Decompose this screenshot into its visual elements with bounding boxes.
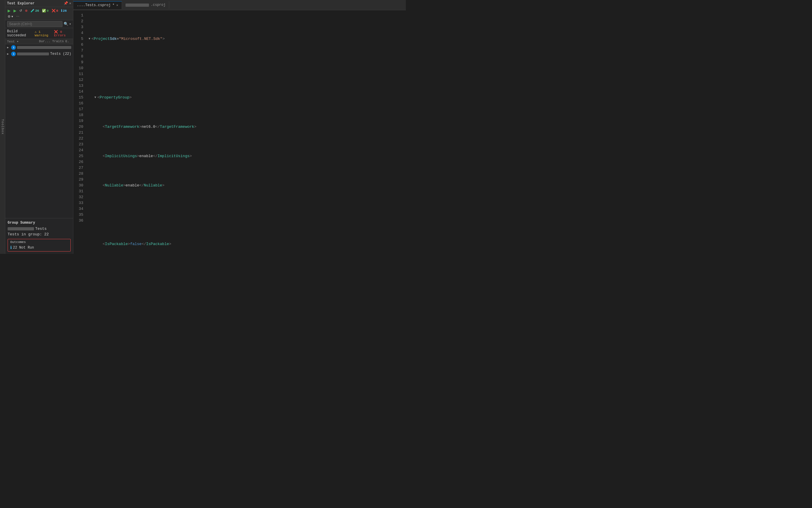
tab-close-icon[interactable]: ✕ — [116, 3, 118, 7]
close-panel-icon[interactable]: ✕ — [69, 1, 71, 6]
run-all-button[interactable]: ▶ — [6, 8, 12, 13]
test-explorer-header: Test Explorer 📌 ✕ — [5, 0, 73, 7]
tab-csproj[interactable]: .csproj — [122, 1, 169, 9]
error-badge: ❌ 0 Errors — [54, 30, 71, 37]
code-content: 12345 678910 1112131415 1617181920 21222… — [73, 10, 406, 254]
tab-bar: ....Tests.csproj * ✕ .csproj — [73, 0, 406, 10]
toolbox-sidebar: Toolbox — [0, 0, 5, 254]
search-input[interactable] — [7, 21, 63, 27]
group-summary-title: Group Summary — [8, 221, 71, 225]
tab-redacted-name — [125, 3, 149, 7]
toolbar: ▶ ▶ ↺ ⊗ 🧪 26 ✅ 0 ❌ 0 ℹ 26 ⚙ ▾ ⋯ — [5, 7, 73, 20]
fail-count-badge: ❌ 0 — [50, 8, 59, 13]
refresh-button[interactable]: ↺ — [18, 8, 23, 13]
build-status-text: Build succeeded — [7, 29, 32, 38]
code-line-8: <IsPackable>false</IsPackable> — [89, 241, 406, 247]
not-run-icon: ℹ — [10, 245, 12, 250]
list-item[interactable]: ▶ ℹ Tests (22) — [5, 51, 73, 57]
expand-icon[interactable]: ▶ — [7, 52, 10, 56]
column-headers: Test ▾ Dur... Traits E. — [5, 39, 73, 44]
search-icon: 🔍 — [64, 22, 68, 27]
test-explorer-title: Test Explorer — [7, 1, 35, 6]
tests-in-group-label: Tests in group: 22 — [8, 232, 71, 237]
test-status-icon: ℹ — [11, 52, 16, 56]
settings-button[interactable]: ⚙ ▾ — [6, 14, 14, 19]
toolbox-label: Toolbox — [1, 119, 4, 134]
group-summary: Group Summary Tests Tests in group: 22 O… — [5, 218, 73, 254]
cancel-button[interactable]: ⊗ — [24, 8, 29, 13]
outcome-item: ℹ 22 Not Run — [10, 245, 68, 250]
group-info: Tests — [8, 226, 71, 231]
code-editor: ....Tests.csproj * ✕ .csproj 12345 67891… — [73, 0, 406, 254]
pass-count-badge: ✅ 0 — [41, 8, 50, 13]
not-run-label: 22 Not Run — [13, 246, 34, 250]
col-e-header[interactable]: E. — [66, 40, 71, 43]
expand-icon[interactable]: ▶ — [7, 46, 10, 49]
line-numbers: 12345 678910 1112131415 1617181920 21222… — [73, 10, 86, 254]
code-line-2 — [89, 66, 406, 71]
build-status-bar: Build succeeded ⚠ 1 Warning ❌ 0 Errors — [5, 28, 73, 39]
code-line-4: <TargetFramework>net6.0</TargetFramework… — [89, 124, 406, 130]
code-line-3: ▼ <PropertyGroup> — [89, 95, 406, 100]
group-tests-label: Tests — [35, 226, 47, 231]
test-name-bar — [17, 46, 71, 49]
outcomes-title: Outcomes — [10, 240, 68, 244]
info-count-badge: ℹ 26 — [60, 8, 68, 13]
run-failed-button[interactable]: ▶ — [12, 8, 17, 13]
header-icons: 📌 ✕ — [64, 1, 71, 6]
col-traits-header[interactable]: Traits — [52, 40, 66, 43]
code-line-5: <ImplicitUsings>enable</ImplicitUsings> — [89, 153, 406, 159]
tests-label: Tests (22) — [50, 52, 71, 56]
test-list: ▶ ℹ ▶ ℹ Tests (22) — [5, 44, 73, 218]
search-dropdown-icon[interactable]: ▾ — [69, 22, 71, 27]
flask-count-badge: 🧪 26 — [29, 8, 40, 13]
warning-badge: ⚠ 1 Warning — [35, 30, 52, 37]
code-line-7 — [89, 212, 406, 218]
col-duration-header[interactable]: Dur... — [39, 40, 52, 43]
tab-filename: ....Tests.csproj — [77, 3, 111, 7]
code-line-6: <Nullable>enable</Nullable> — [89, 183, 406, 188]
collapse-icon-1[interactable]: ▼ — [89, 36, 90, 42]
search-bar: 🔍 ▾ — [5, 20, 73, 28]
code-area: ▼ <Project Sdk="Microsoft.NET.Sdk"> ▼ <P… — [86, 10, 406, 254]
code-line-1: ▼ <Project Sdk="Microsoft.NET.Sdk"> — [89, 36, 406, 42]
pin-icon[interactable]: 📌 — [64, 1, 68, 6]
test-explorer-panel: Test Explorer 📌 ✕ ▶ ▶ ↺ ⊗ 🧪 26 ✅ 0 ❌ 0 ℹ… — [5, 0, 73, 254]
redacted-name-bar — [8, 227, 34, 230]
col-test-header[interactable]: Test ▾ — [7, 40, 39, 43]
collapse-icon-3[interactable]: ▼ — [94, 95, 96, 100]
outcomes-box: Outcomes ℹ 22 Not Run — [8, 239, 71, 252]
tab-csproj-ext: .csproj — [151, 3, 165, 7]
test-status-icon: ℹ — [11, 45, 16, 50]
list-item[interactable]: ▶ ℹ — [5, 44, 73, 51]
tab-modified-indicator: * — [112, 3, 114, 7]
tab-tests-csproj[interactable]: ....Tests.csproj * ✕ — [73, 1, 122, 9]
more-button[interactable]: ⋯ — [15, 14, 21, 19]
test-name-bar — [17, 52, 49, 55]
